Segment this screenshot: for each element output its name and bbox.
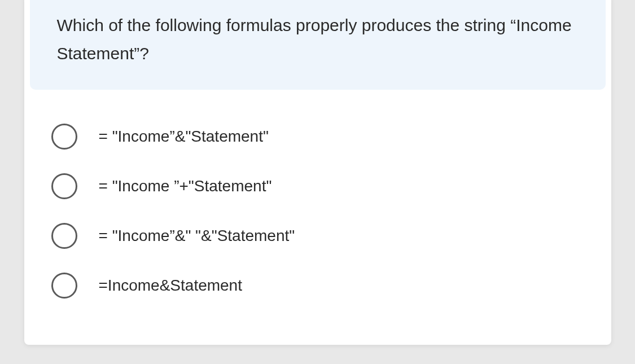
- radio-icon[interactable]: [51, 124, 77, 150]
- radio-icon[interactable]: [51, 273, 77, 299]
- quiz-card: Which of the following formulas properly…: [24, 0, 611, 345]
- option-row-4[interactable]: =Income&Statement: [51, 273, 584, 299]
- question-box: Which of the following formulas properly…: [30, 0, 606, 90]
- radio-icon[interactable]: [51, 173, 77, 199]
- radio-icon[interactable]: [51, 223, 77, 249]
- options-area: = "Income”&"Statement" = "Income ”+"Stat…: [24, 90, 611, 345]
- option-row-1[interactable]: = "Income”&"Statement": [51, 124, 584, 150]
- option-label: = "Income”&"Statement": [99, 128, 269, 146]
- option-row-3[interactable]: = "Income”&" "&"Statement": [51, 223, 584, 249]
- option-label: = "Income”&" "&"Statement": [99, 227, 295, 245]
- option-label: = "Income ”+"Statement": [99, 177, 272, 195]
- option-row-2[interactable]: = "Income ”+"Statement": [51, 173, 584, 199]
- question-text: Which of the following formulas properly…: [57, 11, 579, 67]
- option-label: =Income&Statement: [99, 277, 242, 295]
